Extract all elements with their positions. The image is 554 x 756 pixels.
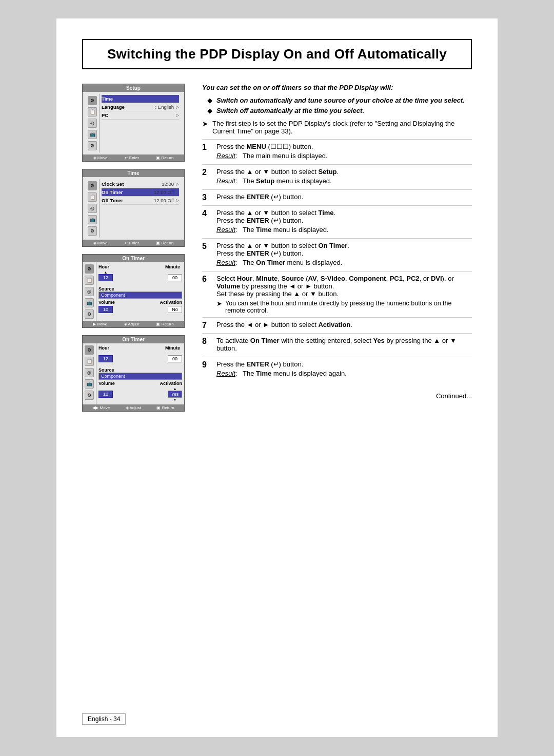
steps-table: 1 Press the MENU (☐☐☐) button. Result: T… bbox=[202, 139, 472, 382]
hour-label: Hour bbox=[98, 264, 109, 269]
step-6-num: 6 bbox=[202, 275, 216, 284]
hm-labels2: Hour Minute bbox=[98, 345, 182, 351]
act-up: ▲ bbox=[173, 387, 177, 391]
hour-updown2: ▲ 12 ▼ bbox=[98, 352, 113, 366]
min-up: ▲ bbox=[173, 270, 177, 274]
time-title: Time bbox=[83, 169, 184, 177]
step-2-num: 2 bbox=[202, 168, 216, 177]
volume-value2: 10 bbox=[98, 391, 113, 398]
step-4-result: Result: The Time menu is displayed. bbox=[216, 226, 472, 234]
hm-values2: ▲ 12 ▼ ▲ 00 ▼ bbox=[98, 352, 182, 366]
vol-act-labels: Volume Activation bbox=[98, 300, 182, 305]
content-area: Setup ⚙ 📋 ◎ 📺 ⚙ Time ▷ bbox=[82, 84, 472, 412]
source-label-row2: Source bbox=[98, 367, 182, 373]
lang-label: Language bbox=[102, 104, 155, 110]
intro-text: You can set the on or off timers so that… bbox=[202, 84, 472, 91]
source-label-row: Source bbox=[98, 286, 182, 292]
step-2: 2 Press the ▲ or ▼ button to select Setu… bbox=[202, 164, 472, 189]
ot1-icon-5: ⚙ bbox=[85, 309, 94, 319]
icon-4: 📺 bbox=[88, 130, 97, 139]
step-9: 9 Press the ENTER (↵) button. Result: Th… bbox=[202, 357, 472, 382]
vol-act-values2: 10 ▲ Yes ▼ bbox=[98, 387, 182, 401]
t-footer-enter: ↵ Enter bbox=[125, 241, 139, 245]
step-2-content: Press the ▲ or ▼ button to select Setup.… bbox=[216, 168, 472, 186]
ot1-icon-4: 📺 bbox=[85, 298, 94, 307]
setup-title: Setup bbox=[83, 84, 184, 92]
ot1-footer-adjust: ◈ Adjust bbox=[124, 322, 140, 326]
hour-label2: Hour bbox=[98, 345, 109, 351]
screen-setup: Setup ⚙ 📋 ◎ 📺 ⚙ Time ▷ bbox=[82, 84, 185, 162]
time-row-off: Off Timer 12:00 Off ▷ bbox=[102, 197, 179, 205]
subnote-arrow: ➤ bbox=[216, 300, 222, 307]
step-6: 6 Select Hour, Minute, Source (AV, S-Vid… bbox=[202, 271, 472, 317]
step-8-content: To activate On Timer with the setting en… bbox=[216, 337, 472, 354]
note-arrow: ➤ bbox=[202, 120, 208, 128]
step-4-content: Press the ▲ or ▼ button to select Time.P… bbox=[216, 209, 472, 235]
activation-value2: Yes bbox=[168, 391, 182, 398]
bullet-2: ◆ Switch off automatically at the time y… bbox=[207, 107, 472, 114]
t-icon-3: ◎ bbox=[88, 204, 97, 213]
step-6-subnote: ➤ You can set the hour and minute direct… bbox=[216, 300, 472, 314]
setup-row-language: Language : English ▷ bbox=[102, 103, 179, 111]
act-label: Activation bbox=[160, 300, 182, 305]
time-row-clock: Clock Set 12:00 ▷ bbox=[102, 180, 179, 188]
setup-icons-row: ⚙ 📋 ◎ 📺 ⚙ Time ▷ Langua bbox=[86, 94, 181, 152]
left-column: Setup ⚙ 📋 ◎ 📺 ⚙ Time ▷ bbox=[82, 84, 190, 412]
off-timer-label: Off Timer bbox=[102, 198, 154, 203]
activation-updown: ▲ Yes ▼ bbox=[168, 387, 182, 401]
t-icon-4: 📺 bbox=[88, 215, 97, 224]
screen-on-timer-2: On Timer ⚙ 📋 ◎ 📺 ⚙ Hour Minute bbox=[82, 335, 185, 412]
on-timer1-body: ⚙ 📋 ◎ 📺 ⚙ Hour Minute ▲ bbox=[83, 262, 184, 321]
on-timer2-footer: ◀▶ Move ◈ Adjust ▣ Return bbox=[83, 404, 184, 411]
note-text: The first step is to set the PDP Display… bbox=[212, 120, 472, 135]
icon-2: 📋 bbox=[88, 107, 97, 117]
ot2-icon-2: 📋 bbox=[85, 357, 94, 366]
on-timer1-icons: ⚙ 📋 ◎ 📺 ⚙ bbox=[83, 262, 96, 321]
step-1-result: Result: The main menu is displayed. bbox=[216, 152, 472, 160]
step-7-num: 7 bbox=[202, 321, 216, 330]
hm-labels: Hour Minute bbox=[98, 264, 182, 269]
hour-down2: ▼ bbox=[104, 362, 108, 366]
on-timer2-title: On Timer bbox=[83, 336, 184, 343]
time-icons-col: ⚙ 📋 ◎ 📺 ⚙ bbox=[86, 179, 100, 238]
step-3-num: 3 bbox=[202, 193, 216, 202]
t-icon-2: 📋 bbox=[88, 192, 97, 202]
icon-1: ⚙ bbox=[88, 96, 97, 105]
bullet-2-text: Switch off automatically at the time you… bbox=[216, 107, 364, 114]
ot2-footer-move: ◀▶ Move bbox=[92, 405, 110, 410]
continued-text: Continued... bbox=[202, 392, 472, 400]
ot2-icon-4: 📺 bbox=[85, 379, 94, 389]
bullet-list: ◆ Switch on automatically and tune sourc… bbox=[202, 96, 472, 114]
step-5: 5 Press the ▲ or ▼ button to select On T… bbox=[202, 238, 472, 271]
hour-value2: 12 bbox=[98, 355, 113, 362]
screen-time: Time ⚙ 📋 ◎ 📺 ⚙ Clock Set bbox=[82, 169, 185, 247]
on-timer2-body: ⚙ 📋 ◎ 📺 ⚙ Hour Minute ▲ bbox=[83, 343, 184, 404]
t-footer-return: ▣ Return bbox=[156, 241, 173, 245]
diamond-2: ◆ bbox=[207, 107, 212, 114]
on-timer-label: On Timer bbox=[102, 189, 154, 195]
time-icons-row: ⚙ 📋 ◎ 📺 ⚙ Clock Set 12:00 ▷ bbox=[86, 179, 181, 238]
t-footer-move: ◈ Move bbox=[93, 241, 108, 245]
step-6-instruction: Select Hour, Minute, Source (AV, S-Video… bbox=[216, 275, 472, 298]
off-timer-value: 12:00 Off bbox=[154, 198, 174, 203]
ot2-footer-return: ▣ Return bbox=[156, 405, 174, 410]
on-timer1-content: Hour Minute ▲ 12 ▼ ▲ 00 bbox=[96, 262, 184, 321]
footer-move: ◈ Move bbox=[93, 156, 108, 160]
on-timer1-footer: ▶ Move ◈ Adjust ▣ Return bbox=[83, 321, 184, 327]
ot1-icon-1: ⚙ bbox=[85, 264, 94, 274]
min-up2: ▲ bbox=[173, 352, 177, 355]
step-3-instruction: Press the ENTER (↵) button. bbox=[216, 193, 472, 201]
t-icon-5: ⚙ bbox=[88, 226, 97, 236]
clock-arrow: ▷ bbox=[176, 182, 179, 186]
on-timer2-icons: ⚙ 📋 ◎ 📺 ⚙ bbox=[83, 343, 96, 404]
act-down: ▼ bbox=[173, 398, 177, 401]
on-timer-value: 12:00 Off bbox=[154, 189, 174, 195]
icon-3: ◎ bbox=[88, 119, 97, 128]
setup-row-pc: PC ▷ bbox=[102, 111, 179, 120]
setup-row-time: Time ▷ bbox=[102, 95, 179, 103]
step-9-content: Press the ENTER (↵) button. Result: The … bbox=[216, 360, 472, 379]
setup-footer: ◈ Move ↵ Enter ▣ Return bbox=[83, 154, 184, 161]
step-7-instruction: Press the ◄ or ► button to select Activa… bbox=[216, 321, 472, 328]
act-label2: Activation bbox=[160, 381, 182, 386]
screen-on-timer-1: On Timer ⚙ 📋 ◎ 📺 ⚙ Hour Minute bbox=[82, 254, 185, 328]
